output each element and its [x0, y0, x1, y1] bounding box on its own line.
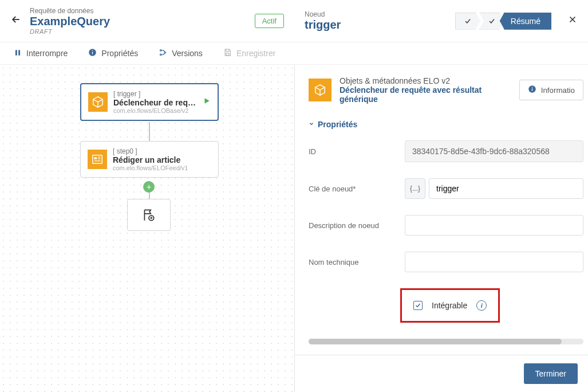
right-title-block: Noeud trigger: [305, 10, 447, 32]
integrable-info-icon[interactable]: i: [476, 300, 487, 311]
node-step0-label: [ step0 ]: [113, 147, 211, 155]
article-icon: [88, 150, 107, 169]
toolbar-enregistrer-label: Enregistrer: [236, 49, 275, 58]
close-icon[interactable]: [567, 14, 578, 28]
svg-rect-10: [94, 157, 97, 159]
node-step0-path: com.elo.flows/ELOFeed/v1: [113, 164, 211, 171]
connector-1: [149, 122, 150, 141]
toolbar-interrompre[interactable]: Interrompre: [14, 49, 68, 58]
info-icon: [528, 85, 536, 95]
toolbar-proprietes[interactable]: Propriétés: [88, 48, 138, 58]
section-proprietes-label: Propriétés: [318, 120, 357, 129]
panel-subtitle: Objets & métadonnées ELO v2: [340, 76, 511, 85]
node-trigger-path: com.elo.flows/ELOBase/v2: [113, 107, 197, 114]
integrable-checkbox[interactable]: [413, 301, 423, 310]
node-trigger-label: [ trigger ]: [113, 90, 197, 98]
integrable-label: Intégrable: [432, 301, 467, 310]
package-icon: [88, 92, 108, 112]
field-tech-input[interactable]: [405, 252, 583, 272]
step-tabs: Résumé: [455, 13, 551, 30]
svg-point-7: [164, 52, 166, 53]
back-arrow-icon[interactable]: [10, 14, 22, 29]
node-step0[interactable]: [ step0 ] Rédiger un article com.elo.flo…: [80, 141, 219, 178]
left-title: ExampleQuery: [30, 15, 247, 28]
play-icon: [203, 97, 211, 107]
flag-icon: [141, 207, 156, 222]
svg-rect-17: [532, 87, 532, 88]
toolbar-proprietes-label: Propriétés: [101, 49, 138, 58]
add-node-button[interactable]: +: [143, 181, 155, 193]
svg-rect-3: [92, 52, 93, 54]
versions-icon: [159, 48, 167, 58]
right-title: trigger: [305, 18, 447, 32]
status-badge: Actif: [255, 14, 284, 28]
left-title-block: Requête de données ExampleQuery DRAFT: [30, 7, 247, 35]
tab-resume[interactable]: Résumé: [500, 13, 551, 30]
nodekey-prefix-button[interactable]: {...}: [405, 178, 425, 199]
integrable-highlight: Intégrable i: [400, 288, 500, 323]
field-id-label: ID: [309, 147, 398, 156]
field-nodekey-input[interactable]: [429, 178, 583, 199]
field-desc-label: Description de noeud: [309, 221, 398, 230]
chevron-down-icon: [309, 121, 314, 128]
toolbar-versions[interactable]: Versions: [159, 48, 203, 58]
end-node[interactable]: [127, 199, 171, 231]
left-label: Requête de données: [30, 7, 247, 15]
field-id-value: 38340175-8d5e-43fb-9dc6-88a320568: [405, 140, 583, 162]
field-nodekey-label: Clé de noeud*: [309, 185, 398, 193]
flow-canvas[interactable]: [ trigger ] Déclencheur de requête a... …: [0, 65, 294, 392]
toolbar-enregistrer: Enregistrer: [223, 48, 275, 58]
terminer-button[interactable]: Terminer: [524, 363, 578, 384]
left-subtitle: DRAFT: [30, 28, 247, 35]
svg-rect-1: [18, 50, 20, 55]
information-button[interactable]: Informatio: [519, 80, 583, 100]
save-icon: [223, 48, 232, 58]
info-icon: [88, 48, 97, 58]
section-proprietes-toggle[interactable]: Propriétés: [309, 120, 583, 129]
svg-rect-8: [226, 53, 229, 56]
right-label: Noeud: [305, 10, 447, 18]
svg-point-6: [160, 54, 162, 56]
svg-rect-16: [532, 88, 532, 91]
node-trigger[interactable]: [ trigger ] Déclencheur de requête a... …: [80, 83, 219, 121]
panel-package-icon: [309, 79, 332, 101]
toolbar-interrompre-label: Interrompre: [26, 49, 68, 58]
node-step0-title: Rédiger un article: [113, 155, 211, 164]
toolbar-versions-label: Versions: [172, 49, 203, 58]
svg-rect-0: [15, 50, 17, 55]
horizontal-scrollbar[interactable]: [309, 339, 583, 344]
field-desc-input[interactable]: [405, 215, 583, 236]
tab-step-1[interactable]: [455, 13, 480, 30]
information-button-label: Informatio: [541, 86, 575, 95]
svg-point-5: [160, 50, 162, 52]
field-tech-label: Nom technique: [309, 258, 398, 266]
svg-rect-4: [92, 50, 93, 51]
svg-rect-9: [93, 155, 102, 164]
panel-title: Déclencheur de requête avec résultat gén…: [340, 85, 511, 104]
pause-icon: [14, 49, 22, 58]
node-trigger-title: Déclencheur de requête a...: [113, 98, 197, 107]
